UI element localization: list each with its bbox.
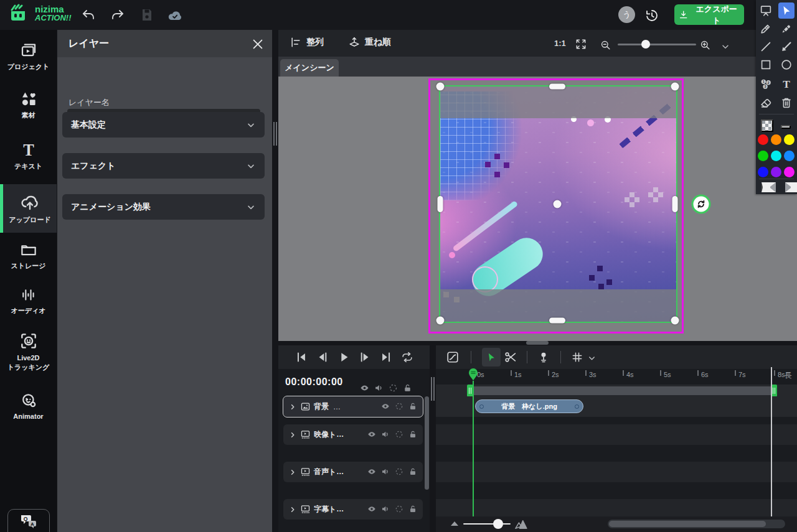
- timeline-zoom-slider-track[interactable]: [463, 523, 511, 525]
- timeline-hscrollbar-track[interactable]: [608, 520, 785, 528]
- sidebar-item-materials[interactable]: 素材: [0, 90, 57, 127]
- lock-icon-master[interactable]: [402, 383, 413, 393]
- section-effects[interactable]: エフェクト: [62, 153, 265, 179]
- timeline-resize-grip[interactable]: [526, 341, 549, 345]
- fit-screen-button[interactable]: [575, 36, 591, 52]
- timeline-lane-audio[interactable]: [436, 462, 797, 482]
- export-button[interactable]: エクスポート: [674, 4, 744, 25]
- ratio-1-1-button[interactable]: 1:1: [554, 39, 566, 48]
- timeline-lane-background[interactable]: 背景 枠なし.png: [436, 396, 797, 417]
- timeline-ruler[interactable]: 0s 1s 2s 3s 4s 5s 6s 7s 8s: [436, 369, 797, 385]
- zoom-slider-thumb[interactable]: [641, 40, 650, 49]
- playhead-line[interactable]: [473, 381, 474, 516]
- ellipse-tool[interactable]: [778, 57, 795, 73]
- pencil-tool[interactable]: [758, 21, 774, 37]
- arrow-tool[interactable]: [778, 39, 795, 55]
- clip-keyframe-end[interactable]: [575, 404, 579, 409]
- resize-handle-right[interactable]: [672, 196, 678, 212]
- numbering-tool[interactable]: 1 2 3: [758, 76, 774, 92]
- work-area-bar[interactable]: [473, 386, 771, 395]
- skip-to-end-button[interactable]: [379, 350, 393, 364]
- panel-page-prev-button[interactable]: [762, 182, 776, 192]
- text-tool[interactable]: T: [778, 76, 795, 92]
- zoom-in-button[interactable]: [699, 37, 715, 53]
- keyframe-circle-icon[interactable]: [394, 504, 404, 515]
- color-swatch-azure[interactable]: [784, 151, 795, 161]
- playhead-marker[interactable]: [468, 368, 478, 386]
- cloud-sync-button[interactable]: [167, 7, 183, 24]
- sidebar-item-upload[interactable]: アップロード: [0, 184, 57, 233]
- play-button[interactable]: [337, 350, 351, 364]
- visibility-icon[interactable]: [366, 429, 377, 440]
- sidebar-item-live2d-tracking[interactable]: Live2D トラッキング: [0, 331, 57, 382]
- sidebar-item-animator[interactable]: Animator: [0, 391, 57, 429]
- clip-keyframe-start[interactable]: [479, 404, 484, 409]
- sidebar-item-project[interactable]: プロジェクト: [0, 41, 57, 78]
- mute-icon[interactable]: [374, 383, 384, 393]
- stroke-width-option[interactable]: [781, 125, 791, 129]
- timeline-lane-video[interactable]: [436, 424, 797, 445]
- color-swatch-magenta[interactable]: [784, 167, 795, 177]
- track-row-video[interactable]: 映像ト…: [283, 424, 423, 445]
- sidebar-item-help[interactable]: Q A ヘルプ: [7, 509, 50, 532]
- track-list-scrollbar[interactable]: [425, 396, 429, 490]
- chevron-right-icon[interactable]: [288, 431, 297, 439]
- mute-icon[interactable]: [380, 504, 390, 515]
- keyframe-pin-tool[interactable]: [537, 350, 550, 364]
- skip-to-start-button[interactable]: [295, 350, 308, 364]
- panel-page-next-button[interactable]: [785, 182, 797, 192]
- color-swatch-orange[interactable]: [771, 134, 781, 145]
- sidebar-item-text[interactable]: T テキスト: [0, 141, 57, 178]
- resize-handle-top-left[interactable]: [436, 83, 445, 91]
- snap-options-dropdown[interactable]: [587, 352, 598, 363]
- visibility-icon[interactable]: [380, 401, 390, 412]
- user-avatar[interactable]: う: [618, 6, 635, 23]
- previous-frame-button[interactable]: [316, 350, 329, 364]
- rectangle-tool[interactable]: [758, 57, 774, 73]
- redo-button[interactable]: [110, 7, 126, 24]
- resize-handle-bottom-left[interactable]: [436, 317, 445, 325]
- timeline-panel-grip[interactable]: [431, 377, 435, 401]
- save-button[interactable]: [139, 7, 155, 24]
- mute-icon[interactable]: [380, 467, 390, 477]
- track-row-subtitle[interactable]: 字幕ト…: [283, 499, 423, 520]
- eraser-tool[interactable]: [758, 95, 774, 111]
- timeline-zoom-slider-thumb[interactable]: [493, 519, 503, 529]
- lock-icon[interactable]: [407, 467, 418, 477]
- line-tool[interactable]: [758, 39, 774, 55]
- selection-center-point[interactable]: [554, 200, 562, 208]
- timeline-zoom-in-icon[interactable]: [514, 518, 528, 530]
- mute-icon[interactable]: [380, 429, 390, 440]
- lock-icon[interactable]: [407, 401, 418, 412]
- zoom-slider-track[interactable]: [618, 44, 696, 45]
- lock-icon[interactable]: [407, 504, 418, 515]
- sidebar-item-audio[interactable]: オーディオ: [0, 286, 57, 324]
- chevron-right-icon[interactable]: [288, 403, 297, 411]
- zoom-preset-dropdown[interactable]: [720, 39, 737, 55]
- app-logo[interactable]: nizima ACTION!!: [9, 3, 72, 23]
- color-swatch-cyan[interactable]: [771, 151, 781, 161]
- color-swatch-yellow[interactable]: [784, 134, 795, 145]
- chevron-right-icon[interactable]: [288, 505, 297, 514]
- next-frame-button[interactable]: [358, 350, 372, 364]
- resize-handle-left[interactable]: [438, 196, 443, 212]
- history-button[interactable]: [644, 7, 661, 24]
- cut-tool[interactable]: [504, 350, 517, 364]
- color-swatch-green[interactable]: [758, 151, 768, 161]
- select-tool[interactable]: [482, 348, 501, 366]
- resize-handle-top-right[interactable]: [671, 83, 679, 91]
- rotate-handle[interactable]: [692, 195, 711, 214]
- timeline-zoom-out-icon[interactable]: [451, 521, 458, 526]
- delete-tool[interactable]: [778, 95, 795, 111]
- snap-grid-tool[interactable]: [571, 350, 585, 364]
- chevron-right-icon[interactable]: [288, 468, 297, 477]
- undo-button[interactable]: [81, 7, 97, 24]
- keyframe-circle-icon[interactable]: [394, 429, 404, 440]
- section-basic-settings[interactable]: 基本設定: [62, 112, 265, 138]
- lock-icon[interactable]: [407, 429, 418, 440]
- track-row-background[interactable]: 背景 …: [283, 396, 423, 417]
- close-panel-button[interactable]: [251, 37, 265, 51]
- marker-tool[interactable]: [778, 21, 795, 37]
- zoom-out-button[interactable]: [600, 37, 616, 53]
- keyframe-circle-icon[interactable]: [394, 467, 404, 477]
